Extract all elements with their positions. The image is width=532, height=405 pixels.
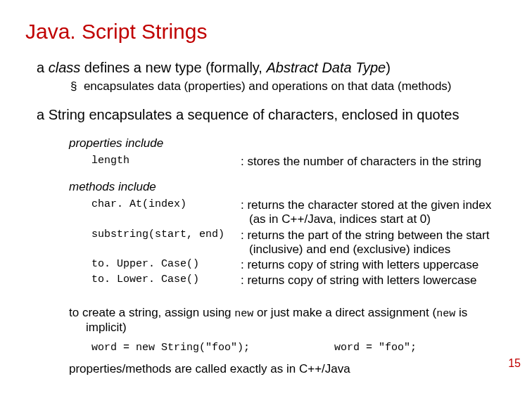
create-string-line: to create a string, assign using new or … xyxy=(69,306,507,335)
desc-charat: : returns the character stored at the gi… xyxy=(241,198,491,226)
text: or just make a direct assignment ( xyxy=(253,306,436,319)
text: : returns the part of the string between… xyxy=(241,229,489,242)
bullet-square-icon: § xyxy=(70,79,84,93)
desc-touppercase: : returns copy of string with letters up… xyxy=(241,258,479,272)
text: encapsulates data (properties) and opera… xyxy=(84,79,452,93)
desc-substring: : returns the part of the string between… xyxy=(241,229,489,257)
text: : returns the character stored at the gi… xyxy=(241,198,491,212)
string-encapsulates-line: a String encapsulates a sequence of char… xyxy=(37,106,507,124)
text: a xyxy=(37,60,49,75)
property-row-length: length : stores the number of characters… xyxy=(91,155,507,169)
class-definition-line: a class defines a new type (formally, Ab… xyxy=(37,59,507,77)
text: (inclusive) and end (exclusive) indices xyxy=(241,243,489,257)
text: defines a new type (formally, xyxy=(80,60,266,75)
method-row-touppercase: to. Upper. Case() : returns copy of stri… xyxy=(91,258,507,272)
italic-text: Abstract Data Type xyxy=(266,60,386,75)
code-tolowercase: to. Lower. Case() xyxy=(91,274,241,285)
desc-length: : stores the number of characters in the… xyxy=(241,155,481,169)
text: to create a string, assign using xyxy=(69,306,234,319)
code-new: new xyxy=(234,308,253,320)
method-row-substring: substring(start, end) : returns the part… xyxy=(91,229,507,257)
final-note: properties/methods are called exactly as… xyxy=(69,362,507,376)
example-direct-assign: word = "foo"; xyxy=(334,342,417,354)
code-charat: char. At(index) xyxy=(91,198,241,210)
methods-include-label: methods include xyxy=(69,180,507,194)
code-substring: substring(start, end) xyxy=(91,229,241,240)
slide-title: Java. Script Strings xyxy=(25,20,507,44)
text: ) xyxy=(386,60,391,75)
code-touppercase: to. Upper. Case() xyxy=(91,258,241,270)
italic-text: class xyxy=(49,60,81,75)
code-length: length xyxy=(91,155,241,167)
text: (as in C++/Java, indices start at 0) xyxy=(241,212,491,226)
encapsulates-bullet: § encapsulates data (properties) and ope… xyxy=(70,79,507,94)
properties-include-label: properties include xyxy=(69,136,507,150)
code-examples-row: word = new String("foo"); word = "foo"; xyxy=(91,342,507,354)
desc-tolowercase: : returns copy of string with letters lo… xyxy=(241,274,476,288)
method-row-tolowercase: to. Lower. Case() : returns copy of stri… xyxy=(91,274,507,288)
method-row-charat: char. At(index) : returns the character … xyxy=(91,198,507,226)
code-new: new xyxy=(436,308,455,320)
page-number: 15 xyxy=(508,357,521,370)
example-new-string: word = new String("foo"); xyxy=(91,342,250,354)
